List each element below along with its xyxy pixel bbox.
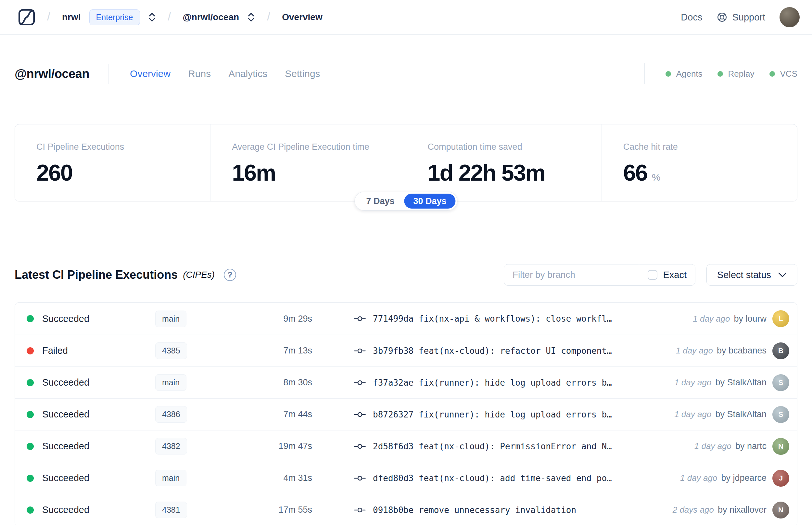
commit-cell: 2d58f6d3 feat(nx-cloud): PermissionError… — [354, 441, 687, 451]
git-commit-icon — [354, 474, 366, 482]
commit-message: 0918b0be remove unnecessary invalidation — [373, 505, 576, 515]
duration-cell: 7m 13s — [219, 346, 312, 356]
branch-badge[interactable]: main — [155, 374, 186, 391]
cipe-row[interactable]: Succeeded main 8m 30s f37a32ae fix(runne… — [15, 366, 797, 398]
cipe-row[interactable]: Succeeded main 9m 29s 771499da fix(nx-ap… — [15, 303, 797, 335]
time-ago: 1 day ago — [680, 473, 717, 483]
service-agents[interactable]: Agents — [665, 69, 703, 79]
docs-link[interactable]: Docs — [681, 12, 702, 23]
commit-cell: f37a32ae fix(runner): hide log upload er… — [354, 378, 667, 388]
exact-toggle[interactable]: Exact — [639, 270, 695, 280]
status-label: Succeeded — [42, 473, 89, 483]
cipe-row[interactable]: Failed 4385 7m 13s 3b79fb38 feat(nx-clou… — [15, 335, 797, 366]
time-ago: 1 day ago — [693, 314, 730, 324]
stat-label: Cache hit rate — [623, 142, 797, 152]
time-ago: 2 days ago — [673, 505, 714, 515]
branch-badge[interactable]: main — [155, 311, 186, 327]
branch-badge[interactable]: 4385 — [155, 342, 187, 359]
meta-cell: 1 day ago by nartc N — [694, 438, 789, 455]
toggle-30-days[interactable]: 30 Days — [404, 194, 455, 209]
branch-badge[interactable]: main — [155, 470, 186, 486]
commit-message: dfed80d3 feat(nx-cloud): add time-saved … — [373, 473, 612, 483]
org-selector-icon[interactable] — [148, 12, 156, 23]
commit-cell: 0918b0be remove unnecessary invalidation — [354, 505, 665, 515]
nx-logo[interactable] — [18, 9, 35, 26]
meta-cell: 1 day ago by jdpearce J — [680, 470, 789, 487]
git-commit-icon — [354, 506, 366, 514]
branch-badge[interactable]: 4382 — [155, 438, 187, 454]
stat-unit: % — [652, 172, 661, 183]
chevron-down-icon — [778, 272, 787, 278]
breadcrumb-org[interactable]: nrwl — [62, 12, 81, 22]
git-commit-icon — [354, 410, 366, 419]
branch-badge[interactable]: 4386 — [155, 406, 187, 423]
commit-cell: dfed80d3 feat(nx-cloud): add time-saved … — [354, 473, 672, 483]
meta-cell: 1 day ago by bcabanes B — [676, 342, 789, 359]
breadcrumb-workspace[interactable]: @nrwl/ocean — [183, 12, 240, 22]
workspace-selector-icon[interactable] — [247, 12, 255, 23]
toggle-7-days[interactable]: 7 Days — [356, 194, 404, 209]
support-link[interactable]: Support — [717, 12, 765, 23]
cipe-row[interactable]: Succeeded main 4m 31s dfed80d3 feat(nx-c… — [15, 462, 797, 494]
tab-overview[interactable]: Overview — [130, 68, 170, 79]
lifebuoy-icon — [717, 12, 727, 23]
author: by lourw — [734, 314, 767, 324]
commit-message: b8726327 fix(runner): hide log upload er… — [373, 410, 612, 419]
cipe-row[interactable]: Succeeded 4382 19m 47s 2d58f6d3 feat(nx-… — [15, 430, 797, 462]
cipe-row[interactable]: Succeeded 4381 17m 55s 0918b0be remove u… — [15, 494, 797, 525]
select-status-label: Select status — [717, 270, 771, 280]
duration-cell: 4m 31s — [219, 473, 312, 483]
stat-average-execution-time: Average CI Pipeline Execution time 16m — [210, 124, 406, 201]
service-status-dot — [718, 71, 723, 77]
git-commit-icon — [354, 442, 366, 451]
author-avatar: S — [772, 374, 789, 391]
cipe-row[interactable]: Succeeded 4386 7m 44s b8726327 fix(runne… — [15, 398, 797, 430]
branch-cell: 4386 — [155, 406, 219, 423]
tab-settings[interactable]: Settings — [285, 68, 320, 79]
top-navbar: / nrwl Enterprise / @nrwl/ocean / Overvi… — [0, 0, 812, 35]
branch-filter-input[interactable] — [504, 265, 639, 285]
status-cell: Succeeded — [27, 505, 155, 515]
time-ago: 1 day ago — [674, 409, 711, 419]
workspace-tabs: Overview Runs Analytics Settings — [130, 68, 320, 79]
tab-runs[interactable]: Runs — [188, 68, 211, 79]
stat-label: Average CI Pipeline Execution time — [232, 142, 406, 152]
help-icon[interactable]: ? — [224, 269, 236, 281]
stat-label: Computation time saved — [428, 142, 601, 152]
cipe-title-suffix: (CIPEs) — [183, 270, 215, 280]
service-label: VCS — [780, 69, 797, 79]
status-label: Failed — [42, 345, 68, 356]
branch-badge[interactable]: 4381 — [155, 501, 187, 518]
org-plan-badge[interactable]: Enterprise — [89, 10, 140, 25]
git-commit-icon — [354, 347, 366, 355]
select-status-dropdown[interactable]: Select status — [706, 264, 797, 286]
workspace-title: @nrwl/ocean — [15, 67, 89, 81]
time-ago: 1 day ago — [674, 377, 711, 388]
author-avatar: B — [772, 342, 789, 359]
time-ago: 1 day ago — [694, 441, 732, 451]
branch-filter-group: Exact — [504, 264, 695, 286]
service-vcs[interactable]: VCS — [769, 69, 797, 79]
author-avatar: N — [772, 438, 789, 455]
tab-analytics[interactable]: Analytics — [228, 68, 267, 79]
cipe-section-header: Latest CI Pipeline Executions (CIPEs) ? … — [15, 264, 797, 286]
user-avatar[interactable] — [780, 7, 800, 27]
date-range-toggle: 7 Days 30 Days — [354, 192, 457, 211]
branch-cell: 4382 — [155, 438, 219, 454]
service-replay[interactable]: Replay — [718, 69, 754, 79]
duration-cell: 9m 29s — [219, 314, 312, 324]
stat-value: 66% — [623, 160, 797, 186]
duration-cell: 7m 44s — [219, 409, 312, 419]
commit-message: 2d58f6d3 feat(nx-cloud): PermissionError… — [373, 441, 612, 451]
meta-cell: 1 day ago by StalkAltan S — [674, 374, 789, 391]
exact-checkbox[interactable] — [648, 270, 657, 280]
divider — [108, 64, 108, 84]
exact-label: Exact — [663, 270, 687, 280]
service-status-dot — [665, 71, 671, 77]
status-dot — [27, 475, 34, 482]
commit-cell: 771499da fix(nx-api & workflows): close … — [354, 314, 685, 324]
status-label: Succeeded — [42, 377, 89, 388]
navbar-actions: Docs Support — [681, 7, 800, 27]
author-avatar: L — [772, 310, 789, 327]
status-cell: Succeeded — [27, 377, 155, 388]
